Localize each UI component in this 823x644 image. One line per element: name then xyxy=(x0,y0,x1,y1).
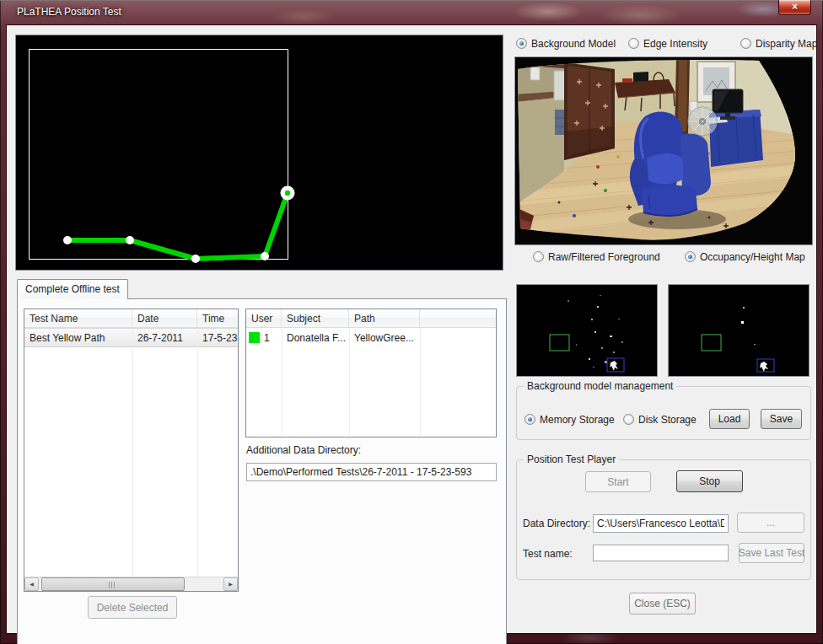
scroll-track[interactable] xyxy=(39,577,223,591)
radio-raw-foreground-label: Raw/Filtered Foreground xyxy=(548,251,660,263)
close-esc-button[interactable]: Close (ESC) xyxy=(629,593,696,614)
grid-line xyxy=(132,328,133,591)
save-label: Save xyxy=(770,413,793,425)
scroll-right-arrow[interactable]: ▶ xyxy=(223,577,238,591)
camera-view-panel xyxy=(514,56,813,245)
radio-disk-storage-label: Disk Storage xyxy=(638,414,697,426)
scroll-thumb[interactable] xyxy=(41,577,185,591)
radio-occupancy-map-label: Occupancy/Height Map xyxy=(700,251,805,263)
cell-path: YellowGree... xyxy=(349,332,420,344)
browse-button[interactable]: ... xyxy=(737,513,804,533)
path-map-svg xyxy=(16,35,503,270)
offline-test-tabpane: Test Name Date Time Best Yellow Path 26-… xyxy=(17,298,507,644)
col-test-name[interactable]: Test Name xyxy=(24,309,132,327)
load-label: Load xyxy=(718,413,741,425)
table-row-selected[interactable]: Best Yellow Path 26-7-2011 17-5-23-5 xyxy=(24,328,238,347)
radio-background-model-label: Background Model xyxy=(531,38,616,50)
background-model-group: Background model management Memory Stora… xyxy=(516,386,811,440)
scroll-left-arrow[interactable]: ◀ xyxy=(24,577,39,591)
occupancy-map-right-svg xyxy=(669,285,809,376)
radio-raw-foreground[interactable] xyxy=(533,251,544,262)
window-title: PLaTHEA Position Test xyxy=(17,6,121,18)
col-user[interactable]: User xyxy=(246,309,282,327)
close-esc-label: Close (ESC) xyxy=(634,598,691,609)
grid-line xyxy=(197,328,198,591)
room-photo-svg xyxy=(515,57,812,244)
room-boundary-rect xyxy=(30,50,288,260)
additional-dir-label: Additional Data Directory: xyxy=(246,444,361,456)
delete-selected-button[interactable]: Delete Selected xyxy=(88,596,177,619)
cell-user-id: 1 xyxy=(264,332,270,344)
radio-edge-intensity[interactable] xyxy=(628,38,639,49)
radio-disk-storage[interactable] xyxy=(623,414,634,425)
background-model-group-title: Background model management xyxy=(524,380,676,392)
tests-table[interactable]: Test Name Date Time Best Yellow Path 26-… xyxy=(24,309,239,592)
close-icon: × xyxy=(792,1,798,13)
grid-line xyxy=(420,328,421,437)
client-area: Complete Offline test Test Name Date Tim… xyxy=(7,25,816,633)
occupancy-map-left xyxy=(516,284,658,377)
cell-date: 26-7-2011 xyxy=(132,332,197,344)
delete-selected-label: Delete Selected xyxy=(97,602,169,614)
scroll-grip xyxy=(109,582,116,588)
data-directory-label: Data Directory: xyxy=(523,518,590,529)
save-last-test-button[interactable]: Save Last Test xyxy=(739,543,804,563)
additional-dir-input[interactable] xyxy=(246,463,497,481)
close-window-button[interactable]: × xyxy=(778,0,811,15)
save-last-test-label: Save Last Test xyxy=(739,547,805,559)
load-button[interactable]: Load xyxy=(709,409,750,429)
radio-occupancy-map[interactable] xyxy=(685,251,696,262)
test-name-input[interactable] xyxy=(593,545,729,561)
radio-edge-intensity-label: Edge Intensity xyxy=(643,38,707,50)
col-time[interactable]: Time xyxy=(197,309,238,327)
cell-subject: Donatella F... xyxy=(282,332,349,344)
browse-label: ... xyxy=(767,517,775,529)
stop-label: Stop xyxy=(699,475,720,487)
start-label: Start xyxy=(607,476,628,488)
tab-complete-offline-test[interactable]: Complete Offline test xyxy=(17,279,128,299)
tests-table-header[interactable]: Test Name Date Time xyxy=(24,309,238,328)
occupancy-map-left-svg xyxy=(517,285,657,376)
radio-disparity-map-label: Disparity Map xyxy=(756,38,817,50)
test-name-label: Test name: xyxy=(523,548,573,560)
occupancy-map-right xyxy=(668,284,810,377)
radio-background-model[interactable] xyxy=(516,38,527,49)
position-test-player-title: Position Test Player xyxy=(524,453,619,465)
start-button[interactable]: Start xyxy=(585,471,651,492)
grid-line xyxy=(349,328,350,437)
col-empty xyxy=(420,309,496,327)
radio-memory-storage[interactable] xyxy=(524,414,535,425)
col-subject[interactable]: Subject xyxy=(282,309,349,327)
position-test-player-group: Position Test Player Start Stop Data Dir… xyxy=(516,459,811,580)
data-directory-input[interactable] xyxy=(593,514,729,533)
stop-button[interactable]: Stop xyxy=(676,470,743,492)
tab-label: Complete Offline test xyxy=(25,283,120,295)
tests-table-hscrollbar[interactable]: ◀ ▶ xyxy=(24,577,238,591)
col-path[interactable]: Path xyxy=(349,309,420,327)
window-frame: PLaTHEA Position Test × Complete Offline… xyxy=(0,0,823,644)
table-row[interactable]: 1 Donatella F... YellowGree... xyxy=(246,328,496,347)
col-date[interactable]: Date xyxy=(132,309,197,327)
users-table[interactable]: User Subject Path 1 Donatella F... Yello… xyxy=(245,309,497,437)
radio-memory-storage-label: Memory Storage xyxy=(540,414,615,426)
user-color-swatch xyxy=(249,332,260,343)
users-table-header[interactable]: User Subject Path xyxy=(246,309,496,328)
cell-time: 17-5-23-5 xyxy=(197,332,238,344)
grid-line xyxy=(282,328,282,437)
save-button[interactable]: Save xyxy=(761,409,802,429)
cell-test-name: Best Yellow Path xyxy=(24,332,132,344)
radio-disparity-map[interactable] xyxy=(740,38,751,49)
position-map-panel xyxy=(15,35,503,271)
